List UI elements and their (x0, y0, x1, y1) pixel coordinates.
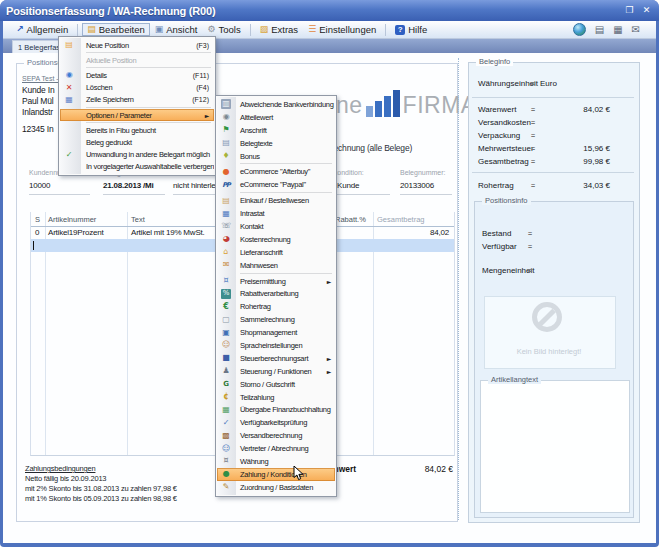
menu-einstellungen[interactable]: ☰Einstellungen (303, 23, 381, 36)
menu-hilfe[interactable]: ?Hilfe (390, 23, 432, 36)
beleginfo-value: 34,03 € (540, 181, 610, 190)
submenu-item-rabattverarbeitung[interactable]: %Rabattverarbeitung (217, 287, 335, 300)
submenu-item-zuordnung-basisdaten[interactable]: ✎Zuordnung / Basisdaten (217, 481, 335, 494)
recipient-reference-link[interactable]: SEPA Test - (22, 75, 59, 82)
field-value-belegnummer[interactable]: 20133006 (400, 181, 434, 190)
afterbuy-icon: ● (221, 167, 231, 177)
column-header-artikelnummer[interactable]: Artikelnummer (48, 215, 96, 224)
submenu-item-bonus[interactable]: ♦Bonus (217, 150, 335, 163)
company-logo: ne FIRMA (336, 90, 477, 117)
mail-icon[interactable]: ✉ (632, 25, 640, 35)
submenu-item-steuerung-funktionen[interactable]: ♟Steuerung / Funktionen► (217, 365, 335, 378)
submenu-item-zahlung-konditionen[interactable]: ●Zahlung / Konditionen (217, 468, 335, 481)
beleginfo-label: Versandkosten (478, 118, 531, 127)
equals-sign: = (531, 182, 535, 189)
submenu-item-verfuegbarkeitspruefung[interactable]: ✓Verfügbarkeitsprüfung (217, 416, 335, 429)
equals-sign: = (531, 145, 535, 152)
submenu-item-altteilewert[interactable]: ◉Altteilewert (217, 111, 335, 124)
field-value-belegdatum[interactable]: 21.08.2013 /Mi (103, 181, 154, 190)
submenu-item-vertreter-abrechnung[interactable]: ☺Vertreter / Abrechnung (217, 442, 335, 455)
contact-icon: ☏ (221, 221, 231, 231)
details-icon: ◉ (64, 70, 74, 80)
document-info-icon[interactable]: ▤ (595, 25, 604, 35)
collective-invoice-icon: ▢ (221, 315, 231, 325)
printer-icon[interactable]: ▦ (613, 25, 622, 35)
optionen-parameter-submenu: ▥Abweichende Bankverbindung ◉Altteilewer… (215, 95, 337, 497)
submenu-item-rohertrag[interactable]: €Rohertrag (217, 300, 335, 313)
equals-sign: = (531, 80, 535, 87)
menu-item-aktuelle-position: Aktuelle Position (60, 54, 214, 66)
menubar-separator (250, 24, 251, 36)
artikellangtext-box[interactable] (480, 380, 630, 513)
submenu-item-waehrung[interactable]: ¤Währung (217, 455, 335, 468)
submenu-item-abweichende-bankverbindung[interactable]: ▥Abweichende Bankverbindung (217, 98, 335, 111)
submenu-item-kostenrechnung[interactable]: ◕Kostenrechnung (217, 233, 335, 246)
menu-allgemein[interactable]: ↗Allgemein (11, 23, 73, 36)
submenu-item-uebergabe-finanzbuchhaltung[interactable]: ▦Übergabe Finanzbuchhaltung (217, 403, 335, 416)
submenu-item-einkauf-bestellwesen[interactable]: ▤Einkauf / Bestellwesen (217, 194, 335, 207)
payment-terms-line: mit 1% Skonto bis 05.09.2013 zu zahlen 9… (25, 494, 177, 504)
divider (472, 172, 634, 173)
artikellangtext-title: Artikellangtext (488, 375, 541, 384)
submenu-item-intrastat[interactable]: ▦Intrastat (217, 207, 335, 220)
beleginfo-label: Gesamtbetrag (478, 157, 529, 166)
restore-button[interactable]: ❐ (623, 4, 636, 17)
globe-icon[interactable] (573, 23, 586, 36)
submenu-item-lieferanschrift[interactable]: ⌂Lieferanschrift (217, 246, 335, 259)
submenu-item-ecommerce-afterbuy[interactable]: ●eCommerce "Afterbuy" (217, 165, 335, 178)
column-header-gesamtbetrag[interactable]: Gesamtbetrag (377, 215, 425, 224)
control-functions-icon: ♟ (221, 366, 231, 376)
menu-ansicht[interactable]: ▣Ansicht (150, 23, 203, 36)
divider (472, 97, 634, 98)
menu-item-optionen-parameter[interactable]: Optionen / Parameter► (60, 109, 214, 121)
equals-sign: = (531, 132, 535, 139)
field-label-belegnummer: Belegnummer: (400, 169, 446, 176)
submenu-item-sammelrechnung[interactable]: ▢Sammelrechnung (217, 313, 335, 326)
menu-item-details[interactable]: ◉Details(F11) (60, 69, 214, 81)
beleginfo-value: 99,98 € (540, 157, 610, 166)
menu-item-bereits-in-fibu-gebucht[interactable]: Bereits in Fibu gebucht (60, 124, 214, 136)
submenu-item-belegtexte[interactable]: ▤Belegtexte (217, 137, 335, 150)
delete-icon: ✕ (64, 83, 74, 93)
submenu-item-anschrift[interactable]: ⚑Anschrift (217, 124, 335, 137)
menu-separator (240, 273, 332, 274)
equals-sign: = (531, 106, 535, 113)
submenu-item-kontakt[interactable]: ☏Kontakt (217, 220, 335, 233)
column-header-s[interactable]: S (35, 215, 40, 224)
submenu-item-storno-gutschrift[interactable]: GStorno / Gutschrift (217, 378, 335, 391)
menu-item-neue-position[interactable]: ▤Neue Position(F3) (60, 39, 214, 51)
close-button[interactable]: ✕ (640, 4, 653, 17)
menubar-separator (77, 24, 78, 36)
submenu-arrow-icon: ► (327, 368, 331, 375)
submenu-item-spracheinstellungen[interactable]: ☺Spracheinstellungen (217, 339, 335, 352)
payment-terms: Zahlungsbedingungen Netto fällig bis 20.… (25, 464, 177, 504)
submenu-item-steuerberechnungsart[interactable]: ■Steuerberechnungsart► (217, 352, 335, 365)
submenu-item-mahnwesen[interactable]: ✉Mahnwesen (217, 259, 335, 272)
column-header-rabatt[interactable]: Rabatt.% (335, 215, 366, 224)
submenu-item-shopmanagement[interactable]: ▣Shopmanagement (217, 326, 335, 339)
submenu-arrow-icon: ► (327, 278, 331, 285)
submenu-item-preisermittlung[interactable]: ¤Preisermittlung► (217, 275, 335, 288)
column-header-text[interactable]: Text (131, 215, 145, 224)
extras-icon: ▨ (260, 25, 269, 34)
field-value-kundennummer[interactable]: 10000 (29, 181, 50, 190)
partial-payment-icon: ¢ (221, 392, 231, 402)
field-value-zahlungskondition[interactable]: Kunde (337, 181, 359, 190)
menu-item-zeile-speichern[interactable]: ▦Zeile Speichern(F12) (60, 94, 214, 106)
menu-bearbeiten[interactable]: ▤Bearbeiten (82, 23, 149, 36)
assignment-icon: ✎ (221, 482, 231, 492)
submenu-item-teilzahlung[interactable]: ¢Teilzahlung (217, 391, 335, 404)
submenu-item-ecommerce-paypal[interactable]: PPeCommerce "Paypal" (217, 178, 335, 191)
menu-tools[interactable]: ⚙Tools (202, 23, 245, 36)
storno-icon: G (221, 379, 231, 389)
menu-item-umwandlung[interactable]: ✓Umwandlung in andere Belegart möglich (60, 149, 214, 161)
beleginfo-value: 15,96 € (540, 144, 610, 153)
menu-item-auswahltabelle-verbergen[interactable]: In vorgelagerter Auswahltabelle verberge… (60, 161, 214, 173)
menu-separator (240, 163, 332, 164)
equals-sign: = (528, 267, 532, 274)
menu-item-loeschen[interactable]: ✕Löschen(F4) (60, 82, 214, 94)
menu-extras[interactable]: ▨Extras (255, 23, 303, 36)
menu-item-beleg-gedruckt[interactable]: Beleg gedruckt (60, 136, 214, 148)
submenu-item-versandberechnung[interactable]: ▩Versandberechnung (217, 429, 335, 442)
logo-bars-icon (366, 90, 400, 117)
